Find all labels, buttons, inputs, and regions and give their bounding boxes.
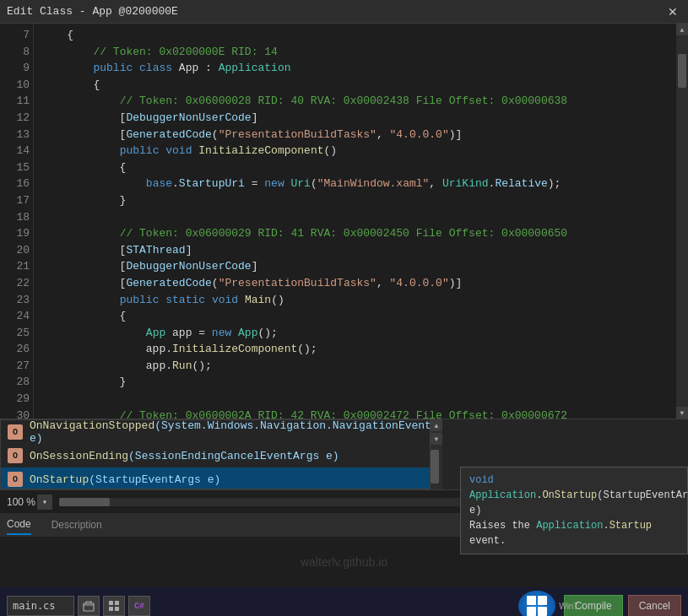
tab-description[interactable]: Description bbox=[51, 516, 102, 534]
suggestion-text: OnStartup(StartupEventArgs e) bbox=[30, 473, 220, 486]
code-token: ( bbox=[212, 127, 219, 143]
tooltip-event: event. bbox=[469, 535, 506, 547]
scroll-thumb[interactable] bbox=[678, 54, 686, 88]
suggestion-suffix: (StartupEventArgs e) bbox=[89, 473, 220, 486]
code-token bbox=[41, 325, 146, 342]
code-token bbox=[41, 60, 93, 77]
code-token: "PresentationBuildTasks" bbox=[219, 275, 377, 292]
suggestions-scrollbar[interactable]: ▲ ▼ bbox=[431, 419, 442, 489]
code-token: [ bbox=[41, 127, 126, 143]
suggestion-method-name: OnNavigationStopped bbox=[30, 419, 154, 432]
code-token: DebuggerNonUserCode bbox=[126, 110, 251, 127]
code-line: [STAThread] bbox=[41, 242, 669, 259]
code-token: "PresentationBuildTasks" bbox=[219, 127, 377, 143]
suggestion-item[interactable]: OOnSessionEnding(SessionEndingCancelEven… bbox=[1, 444, 430, 467]
line-number-21: 21 bbox=[3, 258, 30, 275]
cancel-button[interactable]: Cancel bbox=[628, 595, 681, 616]
line-number-9: 9 bbox=[3, 60, 30, 77]
csharp-icon[interactable]: C# bbox=[128, 596, 150, 616]
code-token bbox=[231, 325, 238, 342]
code-line bbox=[41, 391, 669, 408]
scroll-up-arrow[interactable]: ▲ bbox=[676, 24, 688, 35]
code-token: { bbox=[41, 27, 73, 44]
code-token: )] bbox=[449, 275, 463, 292]
file-open-icon[interactable] bbox=[78, 596, 100, 616]
autocomplete-area: OOnNavigationStopped(System.Windows.Navi… bbox=[0, 419, 688, 489]
code-token: , bbox=[429, 176, 442, 192]
suggestion-item[interactable]: OOnStartup(StartupEventArgs e) bbox=[1, 467, 430, 489]
logo-quad-2 bbox=[538, 596, 547, 605]
tab-code[interactable]: Code bbox=[7, 515, 31, 535]
grid-icon[interactable] bbox=[103, 596, 125, 616]
code-token: static bbox=[165, 292, 205, 309]
scroll-track[interactable] bbox=[678, 37, 686, 405]
code-token: () bbox=[271, 292, 284, 309]
code-line: // Token: 0x0200000E RID: 14 bbox=[41, 44, 669, 61]
code-token: [ bbox=[41, 258, 126, 275]
tooltip-void: void bbox=[469, 474, 494, 486]
code-token bbox=[133, 60, 139, 77]
code-token: public bbox=[93, 60, 133, 77]
vertical-scrollbar[interactable]: ▲ ▼ bbox=[676, 24, 688, 419]
code-token: ); bbox=[548, 176, 561, 192]
line-number-17: 17 bbox=[3, 192, 30, 209]
code-token: App bbox=[146, 325, 165, 342]
suggestion-item[interactable]: OOnNavigationStopped(System.Windows.Navi… bbox=[1, 420, 430, 444]
code-token: "4.0.0.0" bbox=[390, 127, 449, 143]
code-line: public void InitializeComponent() bbox=[41, 143, 669, 159]
file-selector: C# bbox=[7, 596, 150, 616]
code-token: App : bbox=[172, 60, 219, 77]
code-token: ( bbox=[311, 176, 317, 192]
code-token: = bbox=[245, 176, 264, 192]
code-token: StartupUri bbox=[179, 176, 245, 192]
line-number-23: 23 bbox=[3, 292, 30, 309]
code-token: public bbox=[120, 292, 160, 309]
code-area[interactable]: { // Token: 0x0200000E RID: 14 public cl… bbox=[34, 24, 676, 419]
code-line: public class App : Application bbox=[41, 60, 669, 77]
tooltip-line2: Raises the Application.Startup event. bbox=[469, 518, 679, 548]
title-text: Edit Class - App @0200000E bbox=[7, 5, 178, 18]
code-token: , bbox=[377, 127, 390, 143]
code-token bbox=[41, 176, 146, 192]
tooltip-line1: void Application.OnStartup(StartupEventA… bbox=[469, 473, 679, 518]
scroll-down-arrow[interactable]: ▼ bbox=[676, 407, 688, 419]
tooltip-raises: Raises the bbox=[469, 520, 536, 532]
code-token: . bbox=[172, 176, 179, 192]
tooltip-app: Application bbox=[536, 520, 603, 532]
svg-rect-0 bbox=[84, 603, 94, 611]
code-line: base.StartupUri = new Uri("MainWindow.xa… bbox=[41, 176, 669, 192]
code-token: (); bbox=[192, 358, 211, 375]
sugg-scroll-down[interactable]: ▼ bbox=[431, 433, 442, 445]
horizontal-scroll-thumb[interactable] bbox=[59, 498, 110, 506]
code-line: { bbox=[41, 77, 669, 94]
code-line: [DebuggerNonUserCode] bbox=[41, 258, 669, 275]
suggestion-method-name: OnSessionEnding bbox=[30, 450, 128, 462]
line-number-28: 28 bbox=[3, 374, 30, 391]
code-token: )] bbox=[449, 127, 463, 143]
taskbar: C# Win7 Compile Cancel bbox=[0, 587, 688, 616]
code-token: ( bbox=[212, 275, 219, 292]
code-line: { bbox=[41, 159, 669, 176]
suggestion-icon: O bbox=[8, 448, 23, 463]
line-number-26: 26 bbox=[3, 341, 30, 358]
code-token bbox=[41, 225, 120, 242]
tooltip-dot2: . bbox=[603, 520, 609, 532]
file-name-input[interactable] bbox=[7, 596, 74, 616]
watermark-text: walterlv.github.io bbox=[301, 555, 387, 569]
code-token bbox=[284, 176, 291, 192]
sugg-scroll-thumb[interactable] bbox=[431, 450, 439, 484]
code-token: { bbox=[41, 308, 126, 325]
code-token bbox=[41, 292, 120, 309]
code-token: { bbox=[41, 77, 100, 94]
close-button[interactable]: ✕ bbox=[664, 3, 681, 20]
suggestion-text: OnSessionEnding(SessionEndingCancelEvent… bbox=[30, 450, 339, 462]
code-line: public static void Main() bbox=[41, 292, 669, 309]
zoom-dropdown[interactable]: ▾ bbox=[37, 494, 52, 510]
line-number-18: 18 bbox=[3, 209, 30, 226]
zoom-value: 100 % bbox=[7, 496, 35, 508]
line-number-12: 12 bbox=[3, 110, 30, 127]
sugg-scroll-up[interactable]: ▲ bbox=[431, 419, 442, 431]
code-line: } bbox=[41, 192, 669, 209]
code-token bbox=[159, 143, 165, 159]
code-token: // Token: 0x06000029 RID: 41 RVA: 0x0000… bbox=[120, 225, 568, 242]
